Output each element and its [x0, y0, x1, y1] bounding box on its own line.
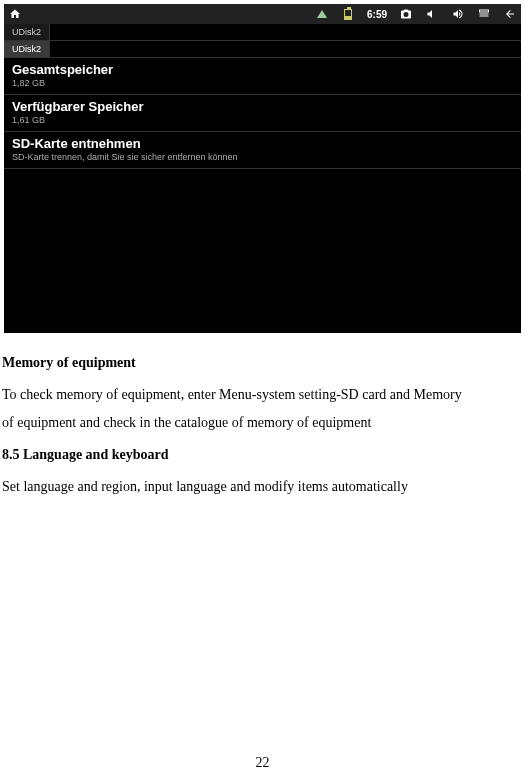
tab-row-2: UDisk2	[4, 41, 521, 58]
camera-icon[interactable]	[399, 7, 413, 21]
unmount-sd-title: SD-Karte entnehmen	[12, 136, 513, 151]
volume-up-icon[interactable]	[451, 7, 465, 21]
total-storage-item[interactable]: Gesamtspeicher 1,82 GB	[4, 58, 521, 95]
paragraph-language: Set language and region, input language …	[2, 473, 523, 501]
available-storage-title: Verfügbarer Speicher	[12, 99, 513, 114]
page-number: 22	[0, 755, 525, 771]
total-storage-value: 1,82 GB	[12, 78, 513, 88]
available-storage-value: 1,61 GB	[12, 115, 513, 125]
heading-language: 8.5 Language and keyboard	[2, 441, 523, 469]
available-storage-item[interactable]: Verfügbarer Speicher 1,61 GB	[4, 95, 521, 132]
status-time: 6:59	[367, 9, 387, 20]
volume-down-icon[interactable]	[425, 7, 439, 21]
tab-udisk-1[interactable]: UDisk2	[4, 24, 50, 40]
paragraph-memory-1: To check memory of equipment, enter Menu…	[2, 381, 523, 409]
svg-rect-0	[480, 10, 489, 12]
device-screenshot: 6:59 UDisk2 UDisk2 Gesamtspeicher 1	[4, 4, 521, 333]
storage-list: Gesamtspeicher 1,82 GB Verfügbarer Speic…	[4, 58, 521, 169]
status-bar: 6:59	[4, 4, 521, 24]
back-icon[interactable]	[503, 7, 517, 21]
document-body: Memory of equipment To check memory of e…	[0, 333, 525, 501]
tab-udisk-2[interactable]: UDisk2	[4, 41, 50, 57]
battery-icon	[341, 7, 355, 21]
unmount-sd-item[interactable]: SD-Karte entnehmen SD-Karte trennen, dam…	[4, 132, 521, 169]
paragraph-memory-2: of equipment and check in the catalogue …	[2, 409, 523, 437]
empty-area	[4, 169, 521, 333]
wifi-icon	[315, 7, 329, 21]
home-icon[interactable]	[8, 7, 22, 21]
total-storage-title: Gesamtspeicher	[12, 62, 513, 77]
heading-memory: Memory of equipment	[2, 349, 523, 377]
menu-icon[interactable]	[477, 7, 491, 21]
tab-row: UDisk2	[4, 24, 521, 41]
unmount-sd-subtitle: SD-Karte trennen, damit Sie sie sicher e…	[12, 152, 513, 162]
